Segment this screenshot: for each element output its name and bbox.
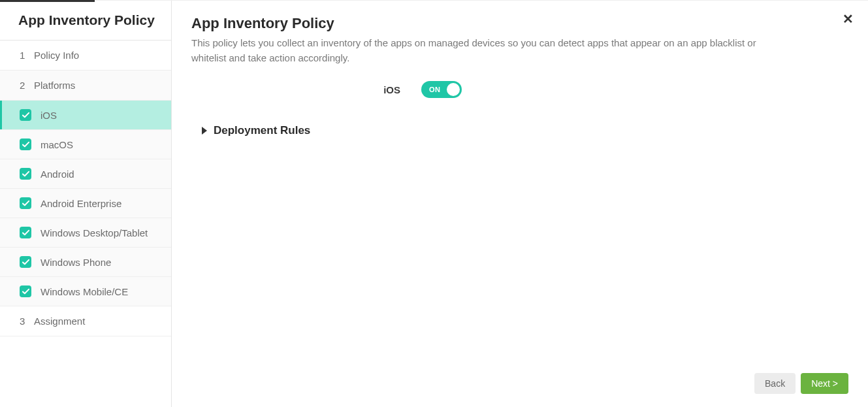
toggle-state-text: ON [429, 86, 441, 93]
step-label: Policy Info [34, 50, 79, 61]
checkbox-checked-icon [20, 227, 31, 238]
platform-label: Windows Mobile/CE [40, 286, 128, 297]
step-policy-info[interactable]: 1 Policy Info [0, 41, 171, 71]
section-title: Deployment Rules [214, 124, 310, 137]
platform-label: Android [40, 169, 74, 180]
step-label: Platforms [34, 80, 75, 91]
platform-label: iOS [40, 110, 57, 121]
platform-label: Windows Desktop/Tablet [40, 227, 148, 238]
platform-item-ios[interactable]: iOS [0, 101, 171, 130]
step-platforms[interactable]: 2 Platforms [0, 71, 171, 101]
platform-item-windows-desktop-tablet[interactable]: Windows Desktop/Tablet [0, 218, 171, 248]
sidebar-title: App Inventory Policy [0, 1, 171, 40]
platform-item-windows-mobile-ce[interactable]: Windows Mobile/CE [0, 277, 171, 306]
deployment-rules-toggle[interactable]: Deployment Rules [202, 124, 848, 137]
toggle-label: iOS [191, 84, 400, 95]
platform-item-windows-phone[interactable]: Windows Phone [0, 248, 171, 277]
page-title: App Inventory Policy [191, 15, 848, 32]
checkbox-checked-icon [20, 138, 31, 150]
toggle-knob [447, 83, 460, 96]
platform-label: Android Enterprise [40, 198, 121, 209]
toggle-row: iOS ON [191, 81, 848, 98]
checkbox-checked-icon [20, 285, 31, 297]
checkbox-checked-icon [20, 256, 31, 268]
step-label: Assignment [34, 316, 85, 327]
next-button[interactable]: Next > [801, 373, 848, 394]
footer-actions: Back Next > [191, 360, 848, 394]
step-number: 2 [20, 80, 27, 91]
sidebar: App Inventory Policy 1 Policy Info 2 Pla… [0, 1, 172, 407]
platform-item-macos[interactable]: macOS [0, 130, 171, 159]
step-assignment[interactable]: 3 Assignment [0, 306, 171, 336]
page-description: This policy lets you collect an inventor… [191, 36, 792, 65]
platform-label: macOS [40, 139, 73, 150]
step-number: 3 [20, 316, 27, 327]
caret-right-icon [202, 127, 207, 135]
platform-label: Windows Phone [40, 257, 111, 268]
step-number: 1 [20, 50, 27, 61]
platform-item-android[interactable]: Android [0, 159, 171, 189]
checkbox-checked-icon [20, 197, 31, 209]
main-content: ✕ App Inventory Policy This policy lets … [172, 1, 868, 407]
ios-toggle[interactable]: ON [421, 81, 462, 98]
close-icon[interactable]: ✕ [843, 12, 854, 25]
back-button[interactable]: Back [754, 373, 796, 394]
platform-item-android-enterprise[interactable]: Android Enterprise [0, 189, 171, 218]
checkbox-checked-icon [20, 109, 31, 121]
checkbox-checked-icon [20, 168, 31, 180]
sidebar-title-wrap: App Inventory Policy [0, 1, 171, 41]
